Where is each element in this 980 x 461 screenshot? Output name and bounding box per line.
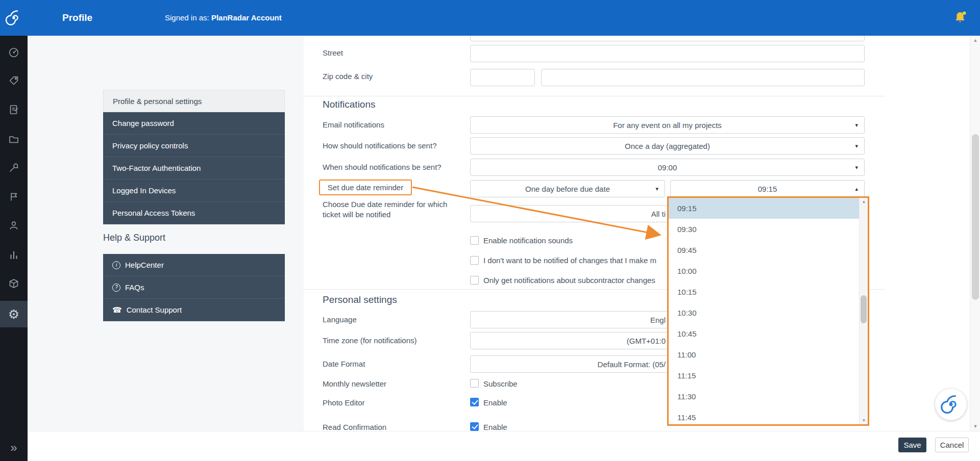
nav-item-access-tokens[interactable]: Personal Access Tokens <box>103 202 285 224</box>
frequency-dropdown[interactable]: Once a day (aggregated) ▾ <box>470 137 865 155</box>
sidebar-item-packages[interactable] <box>0 272 28 295</box>
faqs-label: FAQs <box>125 283 144 292</box>
nav-header: Profile & personal settings <box>103 90 285 112</box>
scroll-down-icon[interactable]: ▼ <box>860 418 868 423</box>
save-button[interactable]: Save <box>898 438 926 452</box>
dashboard-icon <box>8 47 19 58</box>
nav-item-faqs[interactable]: ? FAQs <box>103 276 285 299</box>
choose-reminder-value: All ti <box>651 210 666 218</box>
sidebar-item-contacts[interactable] <box>0 214 28 237</box>
reminder-time-dropdown[interactable]: 09:15 ▴ <box>670 180 865 197</box>
top-header-bar: Profile Signed in as: PlanRadar Account <box>0 0 980 36</box>
email-notifications-value: For any event on all my projects <box>613 121 722 130</box>
email-notifications-label: Email notifications <box>323 120 384 130</box>
email-notifications-dropdown[interactable]: For any event on all my projects ▾ <box>470 116 865 134</box>
page-title: Profile <box>62 0 92 36</box>
cancel-button[interactable]: Cancel <box>935 438 969 452</box>
settings-nav-menu: Profile & personal settings Change passw… <box>103 90 285 224</box>
helpcenter-label: HelpCenter <box>125 261 164 269</box>
page-scrollbar[interactable]: ▲ ▼ <box>970 36 980 431</box>
nav-item-two-factor[interactable]: Two-Factor Authentication <box>103 157 285 180</box>
language-label: Language <box>323 315 357 324</box>
time-option[interactable]: 09:15 <box>669 198 859 219</box>
sidebar-item-tools[interactable] <box>0 157 28 179</box>
newsletter-label: Monthly newsletter <box>323 379 386 389</box>
scroll-up-icon[interactable]: ▲ <box>970 38 980 43</box>
newsletter-checkbox[interactable] <box>470 379 479 388</box>
page-scrollbar-thumb[interactable] <box>972 134 979 300</box>
due-date-reminder-dropdown[interactable]: One day before due date ▾ <box>470 180 665 197</box>
notifications-bell-button[interactable] <box>952 10 969 27</box>
own-changes-checkbox[interactable] <box>470 256 479 265</box>
time-option[interactable]: 11:45 <box>669 407 859 426</box>
planradar-watermark-icon <box>940 393 962 416</box>
time-option[interactable]: 11:15 <box>669 365 859 386</box>
street-input[interactable] <box>470 45 865 62</box>
photo-editor-label: Photo Editor <box>323 398 365 407</box>
bell-icon <box>952 10 968 25</box>
zip-input[interactable] <box>470 69 535 86</box>
time-option[interactable]: 10:00 <box>669 261 859 281</box>
notification-sounds-label: Enable notification sounds <box>483 236 573 245</box>
time-option[interactable]: 11:30 <box>669 386 859 407</box>
time-option[interactable]: 10:45 <box>669 323 859 344</box>
sidebar-item-statistics[interactable] <box>0 244 28 266</box>
frequency-value: Once a day (aggregated) <box>625 142 710 150</box>
gear-icon: ⚙ <box>8 308 19 321</box>
nav-item-helpcenter[interactable]: i HelpCenter <box>103 254 285 276</box>
profile-settings-page: Street Zip code & city Notifications Ema… <box>0 0 980 461</box>
dropdown-scrollbar[interactable]: ▲ ▼ <box>859 198 868 424</box>
folder-icon <box>8 134 19 145</box>
nav-item-privacy-policy[interactable]: Privacy policy controls <box>103 135 285 157</box>
sidebar-item-dashboard[interactable] <box>0 41 28 64</box>
nav-item-contact-support[interactable]: ☎ Contact Support <box>103 299 285 321</box>
sidebar-item-tags[interactable] <box>0 69 28 92</box>
time-option[interactable]: 11:00 <box>669 344 859 365</box>
dropdown-scrollbar-thumb[interactable] <box>861 295 867 323</box>
send-time-dropdown[interactable]: 09:00 ▾ <box>470 159 865 176</box>
time-option[interactable]: 10:15 <box>669 281 859 302</box>
set-due-date-reminder-label: Set due date reminder <box>328 183 403 192</box>
timezone-label: Time zone (for notifications) <box>323 336 417 345</box>
date-format-value: Default Format: (05/ <box>598 360 666 369</box>
sidebar-expand-button[interactable]: » <box>0 437 28 459</box>
nav-item-logged-in-devices[interactable]: Logged In Devices <box>103 180 285 202</box>
scroll-up-icon[interactable]: ▲ <box>860 199 868 204</box>
sidebar-item-settings[interactable]: ⚙ <box>0 301 28 327</box>
chevron-down-icon: ▾ <box>855 164 858 171</box>
contact-support-label: Contact Support <box>127 305 182 314</box>
send-time-label: When should notifications be sent? <box>323 163 442 172</box>
flag-icon <box>8 191 19 202</box>
time-options-list: 09:15 09:30 09:45 10:00 10:15 10:30 10:4… <box>667 196 869 426</box>
choose-reminder-label-line2: ticket will be notified <box>323 210 390 219</box>
photo-editor-value-label: Enable <box>483 398 507 407</box>
action-bar: Save Cancel <box>28 431 980 461</box>
signed-in-prefix: Signed in as: <box>165 13 209 22</box>
personal-settings-heading: Personal settings <box>323 294 397 305</box>
sidebar-item-reports[interactable] <box>0 186 28 208</box>
time-option[interactable]: 10:30 <box>669 302 859 323</box>
help-support-menu: i HelpCenter ? FAQs ☎ Contact Support <box>103 254 285 321</box>
time-option[interactable]: 09:30 <box>669 219 859 240</box>
timezone-value: (GMT+01:0 <box>627 337 666 345</box>
zip-city-label: Zip code & city <box>323 72 373 81</box>
nav-item-change-password[interactable]: Change password <box>103 112 285 135</box>
planradar-logo[interactable] <box>0 0 28 36</box>
subcontractor-checkbox[interactable] <box>470 276 479 285</box>
sidebar-item-projects[interactable] <box>0 128 28 150</box>
app-sidebar: ⚙ » <box>0 36 28 461</box>
photo-editor-checkbox[interactable] <box>470 398 479 406</box>
street-label: Street <box>323 48 343 58</box>
read-confirmation-checkbox[interactable] <box>470 422 479 431</box>
notification-sounds-checkbox[interactable] <box>470 236 479 245</box>
tag-icon <box>8 75 19 86</box>
city-input[interactable] <box>541 69 865 86</box>
planradar-logo-icon <box>5 9 23 27</box>
tools-icon <box>8 162 19 173</box>
time-option[interactable]: 09:45 <box>669 240 859 261</box>
scroll-down-icon[interactable]: ▼ <box>970 424 980 429</box>
help-support-heading: Help & Support <box>103 233 165 243</box>
choose-reminder-label-line1: Choose Due date reminder for which <box>323 200 447 209</box>
sidebar-item-forms[interactable] <box>0 98 28 121</box>
document-icon <box>8 104 19 115</box>
